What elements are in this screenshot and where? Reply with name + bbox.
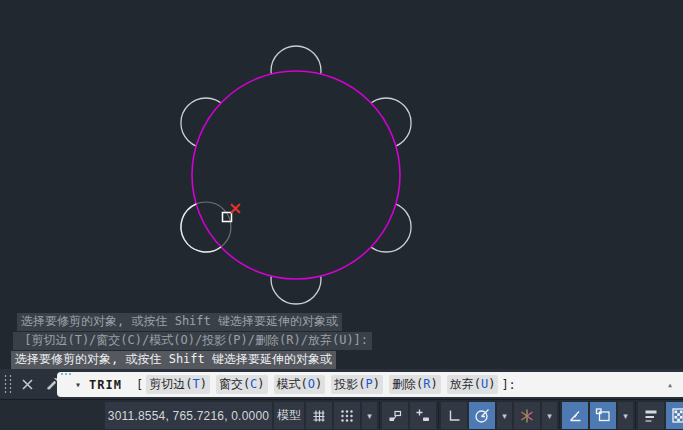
statusbar-separator [559, 402, 560, 429]
grid-icon [311, 408, 327, 424]
history-line-text: 选择要修剪的对象, 或按住 Shift 键选择要延伸的对象或 [11, 351, 336, 369]
object-snap-button[interactable] [590, 402, 616, 429]
lineweight-icon [643, 408, 659, 424]
snap-mode-dropdown[interactable] [362, 402, 377, 429]
command-history: 选择要修剪的对象, 或按住 Shift 键选择要延伸的对象或 [剪切边(T)/窗… [11, 313, 372, 370]
polar-tracking-icon [473, 407, 491, 425]
options-bracket-open: [ [136, 378, 143, 392]
command-option-erase[interactable]: 删除R [389, 375, 441, 394]
infer-constraints-icon [387, 408, 403, 424]
status-bar: 3011.8554, 765.7216, 0.0000 模型 [0, 399, 683, 430]
commandline-close-button[interactable] [16, 373, 38, 395]
polar-tracking-button[interactable] [469, 402, 495, 429]
transparency-icon [671, 407, 683, 424]
dynamic-input-button[interactable] [410, 402, 436, 429]
transparency-button[interactable] [666, 402, 683, 429]
object-snap-dropdown[interactable] [618, 402, 633, 429]
object-snap-icon [595, 407, 612, 424]
active-command-name: TRIM [89, 378, 122, 392]
snap-dots-icon [339, 408, 355, 424]
status-bar-row: 3011.8554, 765.7216, 0.0000 模型 [105, 402, 683, 429]
history-line-text: [剪切边(T)/窗交(C)/模式(O)/投影(P)/删除(R)/放弃(U)]: [13, 332, 372, 350]
infer-constraints-button[interactable] [382, 402, 408, 429]
coordinates-display[interactable]: 3011.8554, 765.7216, 0.0000 [105, 402, 272, 429]
options-bracket-close: ]: [501, 378, 515, 392]
model-space-button[interactable]: 模型 [274, 402, 304, 429]
drag-grip-icon[interactable] [2, 373, 12, 395]
autocad-window: { "app": { "background": "#212830", "act… [0, 0, 683, 430]
command-line-bar: TRIM [ 剪切边T 窗交C 模式O 投影P 删除R 放弃U ]: [0, 369, 683, 399]
close-icon [21, 378, 34, 391]
grid-display-button[interactable] [306, 402, 332, 429]
dynamic-input-icon [415, 408, 431, 424]
lineweight-button[interactable] [638, 402, 664, 429]
command-option-crossing[interactable]: 窗交C [216, 375, 268, 394]
command-line-controls [0, 369, 64, 399]
isometric-drafting-icon [519, 408, 535, 424]
history-line: 选择要修剪的对象, 或按住 Shift 键选择要延伸的对象或 [11, 351, 372, 369]
commandline-handle-dots-icon[interactable] [61, 373, 71, 375]
command-option-mode[interactable]: 模式O [274, 375, 326, 394]
isometric-drafting-dropdown[interactable] [542, 402, 557, 429]
isometric-drafting-button[interactable] [514, 402, 540, 429]
ortho-icon [446, 408, 462, 424]
history-line-text: 选择要修剪的对象, 或按住 Shift 键选择要延伸的对象或 [17, 313, 342, 331]
history-line: 选择要修剪的对象, 或按住 Shift 键选择要延伸的对象或 [11, 313, 372, 331]
command-option-undo[interactable]: 放弃U [447, 375, 499, 394]
history-toggle-icon[interactable] [667, 379, 673, 390]
statusbar-separator [379, 402, 380, 429]
command-input-bar[interactable]: TRIM [ 剪切边T 窗交C 模式O 投影P 删除R 放弃U ]: [57, 372, 683, 397]
history-line: [剪切边(T)/窗交(C)/模式(O)/投影(P)/删除(R)/放弃(U)]: [11, 332, 372, 350]
statusbar-separator [438, 402, 439, 429]
statusbar-separator [635, 402, 636, 429]
command-option-project[interactable]: 投影P [331, 375, 383, 394]
object-snap-tracking-icon [567, 408, 583, 424]
polar-tracking-dropdown[interactable] [497, 402, 512, 429]
recent-commands-chevron-icon[interactable] [75, 379, 81, 390]
ortho-mode-button[interactable] [441, 402, 467, 429]
object-snap-tracking-button[interactable] [562, 402, 588, 429]
snap-mode-button[interactable] [334, 402, 360, 429]
command-option-cutting-edges[interactable]: 剪切边T [146, 375, 210, 394]
